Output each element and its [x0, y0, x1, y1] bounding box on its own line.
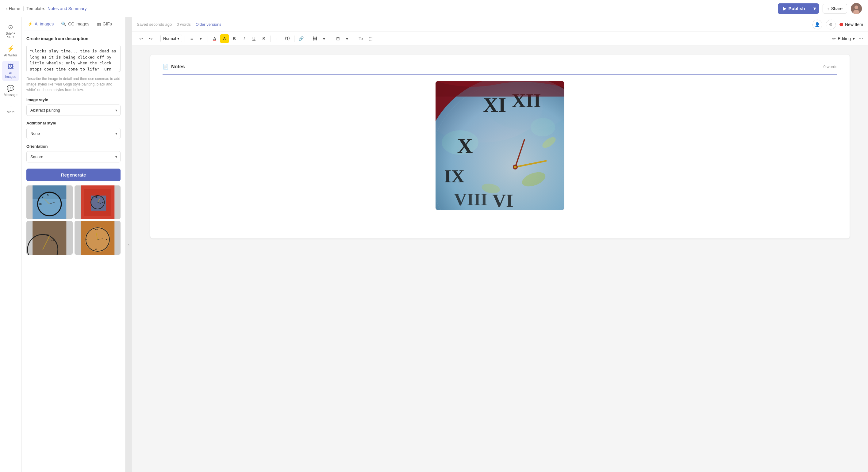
numbered-list-button[interactable]: ⑴	[283, 34, 292, 43]
additional-style-select-wrapper[interactable]: None Dark Light Vibrant Muted ▾	[26, 128, 121, 139]
image-thumbnail-grid: XI IX X XII	[26, 186, 121, 255]
back-home-link[interactable]: ‹ Home	[6, 6, 20, 11]
topbar: ‹ Home | Template: Notes and Summary ▶ P…	[0, 0, 868, 17]
user-avatar[interactable]	[851, 3, 862, 14]
image-thumb-1[interactable]: XI IX X	[26, 186, 73, 219]
text-color-button[interactable]: A	[210, 34, 219, 43]
align-chevron-button[interactable]: ▾	[196, 34, 205, 43]
panel-tabs: ⚡ AI images 🔍 CC images ▦ GIFs	[22, 17, 125, 31]
toolbar-sep-6	[308, 36, 308, 42]
undo-button[interactable]: ↩	[137, 34, 145, 43]
tab-gifs-icon: ▦	[97, 22, 101, 26]
image-chevron-button[interactable]: ▾	[320, 34, 329, 43]
image-style-label: Image style	[26, 98, 121, 102]
svg-text:IX: IX	[444, 166, 465, 187]
more-format-button[interactable]: ⬚	[367, 34, 375, 43]
publish-chevron-icon[interactable]: ▾	[810, 3, 819, 14]
clock-painting-image[interactable]: X IX XI XII VIII VI	[436, 81, 564, 210]
text-style-label: Normal	[163, 36, 176, 41]
older-versions-link[interactable]: Older versions	[196, 22, 221, 27]
orientation-select-wrapper[interactable]: Square Landscape Portrait ▾	[26, 151, 121, 163]
text-style-dropdown[interactable]: Normal ▾	[160, 35, 182, 42]
panel-body: Create image from description Describe t…	[22, 31, 125, 472]
sidebar-item-ai-images[interactable]: 🖼 AI Images	[2, 61, 19, 81]
bold-button[interactable]: B	[230, 34, 239, 43]
italic-button[interactable]: I	[240, 34, 248, 43]
tab-cc-images[interactable]: 🔍 CC images	[57, 17, 93, 31]
toolbar-more-button[interactable]: ···	[859, 35, 863, 42]
saved-status: Saved seconds ago	[137, 22, 172, 27]
image-thumb-3[interactable]: XI XII	[26, 221, 73, 255]
image-button[interactable]: 🖼	[311, 34, 319, 43]
sidebar-item-ai-writer[interactable]: ⚡ AI Writer	[2, 43, 19, 60]
link-button[interactable]: 🔗	[297, 34, 306, 43]
svg-text:III: III	[102, 201, 104, 203]
text-style-chevron-icon: ▾	[177, 36, 179, 41]
orientation-group: Orientation Square Landscape Portrait ▾	[26, 144, 121, 163]
publish-main[interactable]: ▶ Publish	[778, 3, 810, 14]
panel-collapse-handle[interactable]: ‹	[126, 17, 132, 472]
template-name[interactable]: Notes and Summary	[48, 6, 87, 11]
table-group: ⊞ ▾	[334, 34, 351, 43]
svg-text:VI: VI	[95, 248, 97, 251]
more-icon: ···	[9, 103, 12, 109]
image-style-select-wrapper[interactable]: Abstract painting Watercolor Oil paintin…	[26, 104, 121, 116]
icon-sidebar: ⊙ Brief + SEO ⚡ AI Writer 🖼 AI Images 💬 …	[0, 17, 22, 472]
sidebar-label-ai-writer: AI Writer	[4, 53, 17, 57]
additional-style-select[interactable]: None Dark Light Vibrant Muted	[27, 128, 120, 139]
image-thumb-2[interactable]: XII III	[74, 186, 121, 219]
orientation-label: Orientation	[26, 144, 121, 149]
share-label: Share	[831, 6, 842, 11]
new-item-dot-icon	[839, 23, 843, 26]
svg-text:X: X	[457, 134, 473, 158]
toolbar-sep-2	[185, 36, 185, 42]
back-home-label: Home	[9, 6, 20, 11]
orientation-select[interactable]: Square Landscape Portrait	[27, 151, 120, 162]
table-button[interactable]: ⊞	[334, 34, 342, 43]
tab-ai-images-icon: ⚡	[28, 22, 33, 26]
toolbar-sep-8	[354, 36, 354, 42]
sidebar-item-more[interactable]: ··· More	[2, 100, 19, 116]
toolbar-sep-3	[208, 36, 208, 42]
editing-chevron-icon: ▾	[852, 36, 855, 41]
highlight-button[interactable]: A	[220, 34, 229, 43]
align-left-button[interactable]: ≡	[187, 34, 196, 43]
svg-rect-14	[91, 196, 106, 211]
tab-ai-images-label: AI images	[35, 22, 54, 26]
template-prefix: Template:	[26, 6, 45, 11]
bullet-list-button[interactable]: ≔	[273, 34, 282, 43]
publish-button[interactable]: ▶ Publish ▾	[778, 3, 818, 14]
ai-writer-icon: ⚡	[7, 45, 14, 53]
settings-icon-btn[interactable]: ⚙	[826, 20, 836, 29]
editor-document[interactable]: 📄 Notes 0 words	[150, 55, 849, 238]
tab-cc-images-label: CC images	[68, 22, 89, 26]
svg-text:XI: XI	[46, 234, 49, 237]
share-button[interactable]: ↑ Share	[823, 4, 847, 13]
new-item-button[interactable]: New Item	[839, 22, 863, 27]
svg-text:X: X	[42, 196, 44, 199]
message-icon: 💬	[7, 85, 14, 92]
svg-text:III: III	[105, 238, 107, 241]
image-style-group: Image style Abstract painting Watercolor…	[26, 98, 121, 116]
clear-format-button[interactable]: Tx	[357, 34, 365, 43]
table-chevron-button[interactable]: ▾	[343, 34, 351, 43]
collaborators-icon-btn[interactable]: 👤	[812, 20, 822, 29]
strikethrough-button[interactable]: S	[259, 34, 268, 43]
topbar-right: ▶ Publish ▾ ↑ Share	[778, 3, 862, 14]
sidebar-item-brief-seo[interactable]: ⊙ Brief + SEO	[2, 21, 19, 41]
editor-content: 📄 Notes 0 words	[132, 45, 868, 472]
topbar-left: ‹ Home | Template: Notes and Summary	[6, 6, 87, 11]
editing-dropdown[interactable]: ✏ Editing ▾	[832, 36, 855, 41]
svg-text:VIII: VIII	[454, 190, 488, 209]
description-textarea[interactable]	[26, 45, 121, 72]
regenerate-button[interactable]: Regenerate	[26, 169, 121, 181]
svg-point-1	[855, 5, 858, 9]
tab-gifs[interactable]: ▦ GIFs	[93, 17, 116, 31]
image-style-select[interactable]: Abstract painting Watercolor Oil paintin…	[27, 105, 120, 115]
toolbar-sep-1	[158, 36, 158, 42]
image-thumb-4[interactable]: XII III VI IX	[74, 221, 121, 255]
tab-ai-images[interactable]: ⚡ AI images	[24, 17, 57, 31]
underline-button[interactable]: U	[250, 34, 258, 43]
sidebar-item-message[interactable]: 💬 Message	[2, 82, 19, 99]
redo-button[interactable]: ↪	[147, 34, 155, 43]
